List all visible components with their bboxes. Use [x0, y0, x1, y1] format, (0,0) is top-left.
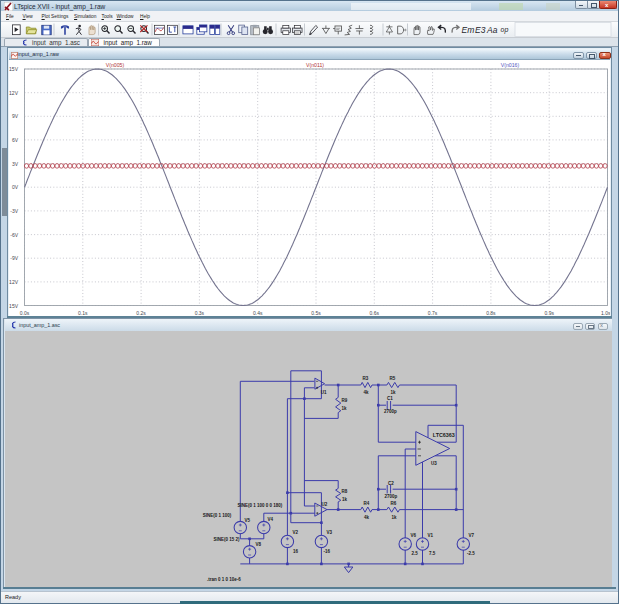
svg-text:V2: V2 [293, 530, 299, 535]
svg-text:0.1s: 0.1s [78, 310, 88, 316]
svg-text:4k: 4k [364, 390, 370, 395]
svg-text:-12V: -12V [9, 279, 19, 285]
svg-text:Aa: Aa [486, 25, 498, 35]
svg-text:R4: R4 [364, 501, 370, 506]
svg-text:R3: R3 [363, 376, 369, 381]
svg-text:V(n011): V(n011) [306, 62, 324, 68]
svg-text:U3: U3 [431, 461, 437, 466]
svg-text:0V: 0V [12, 184, 19, 190]
svg-text:-9V: -9V [10, 255, 18, 261]
svg-text:V4: V4 [268, 517, 274, 522]
svg-text:7.5: 7.5 [429, 551, 436, 556]
svg-text:C1: C1 [387, 396, 393, 401]
svg-text:9V: 9V [12, 113, 19, 119]
svg-text:0.7s: 0.7s [428, 310, 438, 316]
svg-text:15V: 15V [9, 66, 19, 72]
svg-text:Em: Em [462, 25, 475, 35]
svg-text:V5: V5 [245, 518, 251, 523]
svg-text:R9: R9 [342, 398, 348, 403]
svg-text:R6: R6 [391, 501, 397, 506]
svg-text:U1: U1 [321, 390, 327, 395]
svg-text:-6V: -6V [10, 232, 18, 238]
svg-text:0.8s: 0.8s [486, 310, 496, 316]
svg-text:SINE(0 1 100 0 0 180): SINE(0 1 100 0 0 180) [238, 503, 283, 508]
svg-text:R5: R5 [390, 376, 396, 381]
svg-text:16: 16 [293, 549, 299, 554]
svg-text:2700p: 2700p [385, 494, 398, 499]
svg-text:V3: V3 [327, 530, 333, 535]
svg-text:1k: 1k [391, 390, 397, 395]
svg-text:-2.5: -2.5 [467, 551, 475, 556]
svg-text:0.2s: 0.2s [136, 310, 146, 316]
svg-text:1k: 1k [392, 515, 398, 520]
svg-text:.tran 0 1 0 10e-6: .tran 0 1 0 10e-6 [207, 577, 241, 582]
svg-text:2.5: 2.5 [412, 551, 419, 556]
svg-text:-15V: -15V [9, 303, 19, 309]
svg-text:1.0s: 1.0s [601, 310, 610, 316]
svg-text:3V: 3V [12, 161, 19, 167]
svg-text:0.5s: 0.5s [311, 310, 321, 316]
svg-text:op: op [501, 26, 509, 34]
svg-text:C2: C2 [388, 481, 394, 486]
svg-text:-16: -16 [324, 549, 331, 554]
svg-text:1k: 1k [342, 406, 348, 411]
svg-text:E3: E3 [475, 25, 486, 35]
svg-text:V6: V6 [411, 533, 417, 538]
svg-text:V8: V8 [256, 542, 262, 547]
svg-text:0.9s: 0.9s [544, 310, 554, 316]
svg-text:V1: V1 [428, 533, 434, 538]
svg-text:R8: R8 [342, 489, 348, 494]
svg-text:1k: 1k [342, 497, 348, 502]
svg-text:0.4s: 0.4s [253, 310, 263, 316]
svg-text:4k: 4k [364, 515, 370, 520]
svg-text:12V: 12V [9, 90, 19, 96]
svg-text:0.0s: 0.0s [20, 310, 30, 316]
svg-text:SINE(0 15 2): SINE(0 15 2) [214, 537, 241, 542]
svg-text:V(n005): V(n005) [106, 62, 125, 68]
svg-text:6V: 6V [12, 137, 19, 143]
svg-text:LTC6363: LTC6363 [433, 432, 455, 438]
svg-text:-3V: -3V [10, 208, 18, 214]
svg-text:0.6s: 0.6s [370, 310, 380, 316]
svg-text:V7: V7 [469, 533, 475, 538]
svg-text:U2: U2 [322, 502, 328, 507]
svg-text:V(n016): V(n016) [501, 62, 520, 68]
svg-text:SINE(0 1 100): SINE(0 1 100) [203, 513, 232, 518]
svg-text:2700p: 2700p [384, 409, 397, 414]
svg-text:0.3s: 0.3s [195, 310, 205, 316]
